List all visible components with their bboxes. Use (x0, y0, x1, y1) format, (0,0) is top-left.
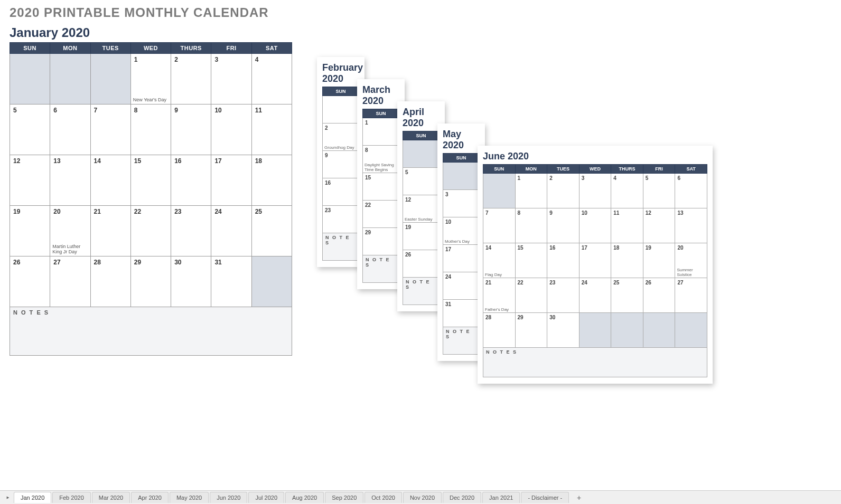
calendar-cell[interactable]: 10Mother's Day (443, 217, 480, 245)
calendar-cell[interactable] (323, 96, 359, 123)
calendar-cell[interactable]: 1New Year's Day (130, 54, 171, 104)
calendar-cell[interactable]: 10 (579, 208, 611, 243)
notes-cell[interactable]: N O T E S (483, 348, 707, 377)
sheet-tab[interactable]: Nov 2020 (403, 492, 442, 503)
calendar-cell[interactable] (10, 54, 50, 104)
sheet-tab[interactable]: Sep 2020 (325, 492, 363, 503)
notes-cell[interactable]: N O T E S (363, 255, 399, 283)
calendar-cell[interactable]: 16 (171, 155, 211, 206)
calendar-cell[interactable]: 8Daylight Saving Time Begins (363, 146, 399, 173)
calendar-cell[interactable]: 2 (547, 174, 580, 208)
calendar-cell[interactable]: 19 (403, 223, 440, 250)
calendar-cell[interactable]: 22 (363, 201, 399, 228)
calendar-cell[interactable]: 12 (10, 155, 50, 206)
calendar-cell[interactable]: 27 (50, 256, 90, 307)
notes-cell[interactable]: N O T E S (443, 327, 480, 355)
calendar-cell[interactable]: 21Father's Day (483, 278, 516, 313)
calendar-cell[interactable]: 19 (643, 243, 675, 278)
calendar-cell[interactable]: 17 (443, 245, 480, 272)
calendar-cell[interactable]: 30 (547, 313, 580, 348)
calendar-cell[interactable]: 3 (579, 174, 611, 208)
calendar-cell[interactable]: 15 (363, 173, 399, 201)
calendar-cell[interactable]: 8 (515, 208, 547, 243)
calendar-cell[interactable]: 5 (643, 174, 675, 208)
calendar-cell[interactable]: 7 (483, 208, 516, 243)
sheet-tab[interactable]: - Disclaimer - (521, 492, 569, 503)
calendar-cell[interactable]: 26 (10, 256, 50, 307)
sheet-tab[interactable]: Jul 2020 (248, 492, 284, 503)
calendar-cell[interactable]: 17 (579, 243, 611, 278)
sheet-tab[interactable]: Aug 2020 (285, 492, 324, 503)
calendar-cell[interactable]: 18 (251, 155, 292, 206)
calendar-cell[interactable]: 29 (363, 228, 399, 255)
calendar-cell[interactable]: 8 (130, 104, 171, 155)
calendar-cell[interactable]: 25 (251, 206, 292, 256)
calendar-cell[interactable]: 16 (547, 243, 580, 278)
calendar-cell[interactable] (403, 140, 440, 168)
calendar-cell[interactable]: 1 (515, 174, 547, 208)
calendar-cell[interactable]: 23 (547, 278, 580, 313)
calendar-cell[interactable] (50, 54, 90, 104)
calendar-cell[interactable]: 18 (611, 243, 643, 278)
calendar-cell[interactable]: 24 (443, 272, 480, 300)
calendar-cell[interactable]: 22 (130, 206, 171, 256)
calendar-cell[interactable] (90, 54, 130, 104)
add-sheet-button[interactable]: + (573, 492, 585, 503)
calendar-cell[interactable]: 13 (675, 208, 707, 243)
calendar-cell[interactable]: 4 (611, 174, 643, 208)
sheet-tab[interactable]: Oct 2020 (365, 492, 402, 503)
calendar-cell[interactable]: 5 (403, 168, 440, 195)
calendar-cell[interactable]: 4 (251, 54, 292, 104)
calendar-cell[interactable]: 2 (171, 54, 211, 104)
calendar-cell[interactable]: 5 (10, 104, 50, 155)
calendar-cell[interactable]: 9 (171, 104, 211, 155)
notes-cell[interactable]: N O T E S (403, 278, 440, 305)
calendar-cell[interactable] (675, 313, 707, 348)
calendar-cell[interactable]: 15 (515, 243, 547, 278)
tab-nav-prev[interactable] (2, 492, 14, 503)
sheet-tab[interactable]: Jun 2020 (210, 492, 247, 503)
calendar-cell[interactable]: 9 (323, 151, 359, 178)
calendar-cell[interactable]: 6 (50, 104, 90, 155)
calendar-cell[interactable]: 26 (403, 250, 440, 278)
calendar-cell[interactable] (483, 174, 516, 208)
calendar-cell[interactable]: 1 (363, 118, 399, 146)
calendar-cell[interactable] (611, 313, 643, 348)
calendar-cell[interactable]: 12Easter Sunday (403, 195, 440, 223)
calendar-cell[interactable]: 9 (547, 208, 580, 243)
sheet-tab[interactable]: May 2020 (170, 492, 209, 503)
calendar-cell[interactable]: 16 (323, 178, 359, 206)
calendar-cell[interactable]: 24 (211, 206, 251, 256)
calendar-cell[interactable]: 12 (643, 208, 675, 243)
notes-cell[interactable]: N O T E S (323, 233, 359, 261)
sheet-tab[interactable]: Mar 2020 (92, 492, 130, 503)
calendar-cell[interactable]: 22 (515, 278, 547, 313)
calendar-cell[interactable]: 11 (611, 208, 643, 243)
calendar-cell[interactable] (251, 256, 292, 307)
calendar-cell[interactable] (643, 313, 675, 348)
calendar-cell[interactable]: 31 (211, 256, 251, 307)
calendar-cell[interactable]: 27 (675, 278, 707, 313)
notes-cell[interactable]: N O T E S (10, 307, 292, 356)
calendar-cell[interactable]: 29 (515, 313, 547, 348)
calendar-cell[interactable]: 19 (10, 206, 50, 256)
calendar-cell[interactable]: 6 (675, 174, 707, 208)
calendar-cell[interactable]: 23 (171, 206, 211, 256)
calendar-cell[interactable]: 3 (443, 190, 480, 217)
calendar-cell[interactable]: 10 (211, 104, 251, 155)
calendar-cell[interactable] (443, 163, 480, 190)
calendar-cell[interactable]: 3 (211, 54, 251, 104)
calendar-cell[interactable]: 21 (90, 206, 130, 256)
calendar-cell[interactable]: 24 (579, 278, 611, 313)
calendar-cell[interactable]: 7 (90, 104, 130, 155)
sheet-tab[interactable]: Apr 2020 (131, 492, 169, 503)
calendar-cell[interactable]: 30 (171, 256, 211, 307)
calendar-cell[interactable]: 14Flag Day (483, 243, 516, 278)
sheet-tab[interactable]: Jan 2020 (14, 492, 51, 503)
calendar-cell[interactable]: 20Martin Luther King Jr Day (50, 206, 90, 256)
calendar-cell[interactable]: 28 (90, 256, 130, 307)
calendar-cell[interactable]: 17 (211, 155, 251, 206)
calendar-cell[interactable]: 2Groundhog Day (323, 123, 359, 151)
calendar-cell[interactable]: 23 (323, 206, 359, 233)
calendar-cell[interactable]: 28 (483, 313, 516, 348)
